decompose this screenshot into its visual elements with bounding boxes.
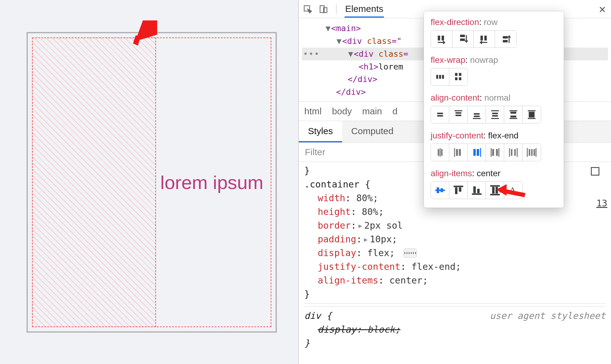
- annotation-arrow-1: [130, 20, 157, 48]
- justify-content-end[interactable]: [468, 144, 486, 161]
- svg-rect-66: [473, 186, 475, 193]
- align-content-space-between[interactable]: [504, 106, 522, 123]
- separator: [336, 4, 337, 14]
- svg-rect-67: [477, 189, 479, 193]
- svg-rect-65: [459, 187, 461, 192]
- svg-rect-38: [438, 149, 439, 156]
- svg-rect-40: [441, 149, 443, 156]
- device-toggle-icon[interactable]: [319, 5, 328, 14]
- svg-rect-4: [438, 36, 440, 41]
- svg-rect-70: [492, 187, 494, 194]
- flex-direction-row[interactable]: [431, 30, 452, 48]
- svg-rect-56: [529, 149, 530, 156]
- svg-rect-10: [503, 36, 508, 39]
- tab-styles[interactable]: Styles: [299, 121, 342, 142]
- svg-rect-11: [503, 40, 508, 42]
- source-line-link[interactable]: 13: [596, 198, 607, 209]
- svg-rect-52: [511, 149, 512, 156]
- flex-direction-row-reverse[interactable]: [474, 30, 495, 48]
- section-align-items: align-items: center A: [431, 169, 557, 199]
- svg-rect-44: [473, 149, 475, 156]
- flex-wrap-wrap[interactable]: [449, 68, 468, 85]
- section-flex-wrap: flex-wrap: nowrap: [431, 55, 557, 86]
- svg-rect-48: [492, 149, 494, 156]
- svg-rect-42: [456, 149, 458, 156]
- svg-rect-45: [477, 149, 479, 156]
- container-box[interactable]: lorem ipsum: [27, 32, 277, 333]
- svg-rect-13: [439, 75, 441, 79]
- justify-content-start[interactable]: [449, 144, 468, 161]
- inspect-icon[interactable]: [303, 5, 312, 14]
- svg-rect-23: [455, 115, 461, 116]
- crumb-html[interactable]: html: [304, 106, 322, 116]
- app-root: lorem ipsum Elements ✕ ▼<main: [0, 0, 611, 364]
- justify-content-space-evenly[interactable]: [522, 144, 541, 161]
- section-align-content: align-content: normal: [431, 93, 557, 123]
- svg-rect-32: [510, 112, 516, 114]
- svg-rect-17: [455, 77, 457, 80]
- svg-rect-8: [480, 36, 483, 41]
- align-items-center[interactable]: [431, 182, 449, 199]
- flex-free-space: [32, 37, 156, 327]
- align-items-start[interactable]: [449, 182, 468, 199]
- section-justify-content: justify-content: flex-end: [431, 131, 557, 161]
- justify-content-space-between[interactable]: [486, 144, 504, 161]
- hov-button[interactable]: [591, 167, 599, 176]
- ua-label: user agent stylesheet: [490, 309, 606, 323]
- svg-rect-7: [460, 38, 465, 41]
- close-icon[interactable]: ✕: [598, 4, 606, 15]
- svg-rect-36: [529, 112, 535, 118]
- svg-rect-26: [473, 118, 480, 119]
- flex-editor-icon[interactable]: [403, 248, 417, 258]
- flex-direction-column-reverse[interactable]: [495, 30, 516, 48]
- flex-editor-popover: flex-direction: row flex-wrap: nowrap al…: [424, 11, 564, 208]
- flex-direction-column[interactable]: [452, 30, 474, 48]
- svg-rect-58: [533, 149, 535, 156]
- svg-rect-15: [455, 73, 457, 76]
- align-content-start[interactable]: [449, 106, 468, 123]
- svg-rect-43: [459, 149, 461, 156]
- svg-rect-25: [474, 116, 479, 117]
- svg-rect-34: [509, 118, 517, 119]
- align-content-space-around[interactable]: [486, 106, 504, 123]
- section-flex-direction: flex-direction: row: [431, 17, 557, 48]
- annotation-arrow-2: [494, 180, 528, 201]
- svg-rect-24: [474, 113, 479, 115]
- svg-rect-12: [436, 75, 438, 79]
- justify-content-center[interactable]: [431, 144, 449, 161]
- svg-rect-37: [528, 118, 535, 119]
- align-content-center[interactable]: [431, 106, 449, 123]
- align-content-end[interactable]: [468, 106, 486, 123]
- crumb-main[interactable]: main: [362, 106, 382, 116]
- crumb-div[interactable]: d: [392, 106, 398, 116]
- justify-content-space-around[interactable]: [504, 144, 522, 161]
- svg-rect-28: [492, 113, 498, 114]
- svg-rect-64: [455, 187, 457, 194]
- heading-text: lorem ipsum: [160, 172, 263, 193]
- svg-rect-5: [442, 36, 444, 41]
- flex-wrap-nowrap[interactable]: [431, 68, 449, 85]
- svg-rect-49: [496, 149, 498, 156]
- tab-computed[interactable]: Computed: [342, 121, 403, 142]
- svg-rect-20: [437, 115, 443, 117]
- svg-rect-53: [514, 149, 516, 156]
- tab-elements[interactable]: Elements: [345, 1, 384, 18]
- crumb-body[interactable]: body: [332, 106, 352, 116]
- filter-placeholder: Filter: [305, 147, 325, 157]
- svg-rect-6: [460, 35, 465, 37]
- svg-rect-33: [510, 116, 516, 117]
- svg-rect-31: [509, 110, 517, 111]
- svg-rect-30: [491, 118, 499, 119]
- svg-rect-61: [436, 187, 439, 193]
- rendered-preview: lorem ipsum: [0, 0, 298, 364]
- svg-rect-21: [454, 110, 462, 111]
- svg-rect-62: [440, 188, 443, 192]
- align-items-end[interactable]: [468, 182, 486, 199]
- svg-rect-19: [437, 113, 443, 114]
- svg-rect-9: [484, 36, 487, 41]
- align-content-stretch[interactable]: [522, 106, 541, 123]
- svg-rect-35: [528, 110, 535, 111]
- svg-rect-18: [459, 77, 461, 80]
- svg-rect-16: [459, 73, 461, 76]
- svg-rect-22: [455, 112, 461, 114]
